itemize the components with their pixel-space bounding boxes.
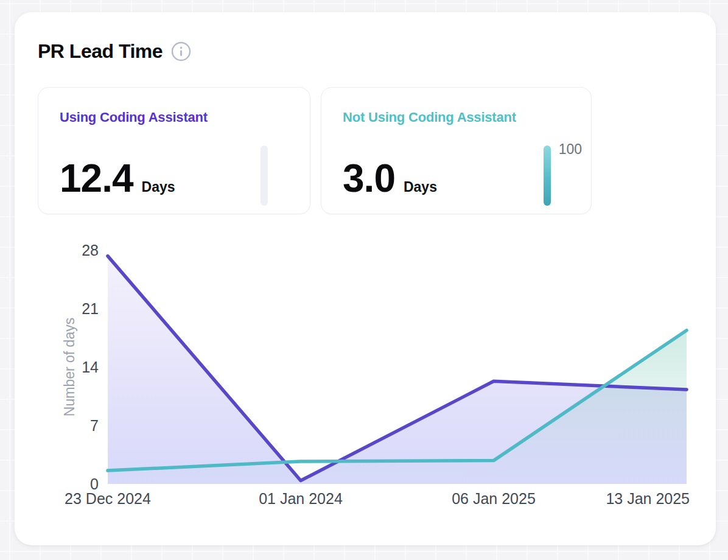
gauge-bar-filled — [544, 145, 551, 206]
stat-value-row: 12.4 Days — [60, 156, 310, 201]
gauge-scale-label: 100 — [559, 141, 582, 158]
page-title: PR Lead Time — [38, 40, 163, 63]
stat-card-not-using-assistant: Not Using Coding Assistant 3.0 Days 100 — [321, 87, 592, 214]
pr-lead-time-card: PR Lead Time Using Coding Assistant 12.4… — [15, 12, 716, 545]
card-header: PR Lead Time — [38, 40, 191, 63]
stat-card-using-assistant: Using Coding Assistant 12.4 Days — [38, 87, 310, 214]
x-tick-label: 23 Dec 2024 — [65, 490, 151, 507]
y-axis-title: Number of days — [61, 318, 77, 416]
y-tick-label: 21 — [82, 300, 99, 317]
y-tick-label: 7 — [90, 417, 99, 434]
x-tick-label: 01 Jan 2024 — [259, 490, 343, 507]
lead-time-chart: 0714212823 Dec 202401 Jan 202406 Jan 202… — [61, 243, 706, 517]
stat-value: 12.4 — [60, 156, 133, 201]
x-tick-label: 13 Jan 2025 — [606, 490, 690, 507]
stat-value-row: 3.0 Days — [343, 156, 591, 201]
stat-label: Using Coding Assistant — [60, 110, 310, 125]
y-tick-label: 28 — [82, 243, 99, 259]
gauge-bar-empty — [261, 145, 268, 206]
x-tick-label: 06 Jan 2025 — [452, 490, 536, 507]
stat-unit: Days — [404, 179, 437, 195]
info-icon[interactable] — [171, 41, 191, 61]
stat-label: Not Using Coding Assistant — [343, 110, 591, 125]
chart-container: 0714212823 Dec 202401 Jan 202406 Jan 202… — [61, 243, 706, 517]
stat-unit: Days — [142, 179, 175, 195]
stat-value: 3.0 — [343, 156, 395, 201]
dashboard-page: { "header": { "title": "PR Lead Time" },… — [0, 0, 728, 560]
y-tick-label: 14 — [82, 359, 99, 376]
stat-cards-row: Using Coding Assistant 12.4 Days Not Usi… — [38, 87, 592, 214]
